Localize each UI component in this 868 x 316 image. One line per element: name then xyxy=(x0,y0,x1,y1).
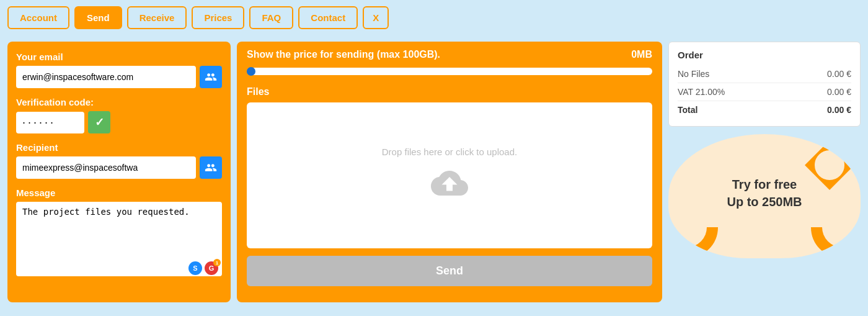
close-nav-btn[interactable]: X xyxy=(363,6,389,29)
center-header: Show the price for sending (max 100GB). … xyxy=(237,42,662,68)
left-panel: Your email Verification code: ✓ Recipien… xyxy=(7,42,231,302)
grammarly-badge: 1 xyxy=(213,259,221,266)
email-row xyxy=(16,66,222,88)
files-label: Files xyxy=(247,86,652,97)
progress-dot xyxy=(247,67,255,76)
promo-text: Try for free Up to 250MB xyxy=(727,176,802,210)
message-wrapper: The project files you requested. S G 1 xyxy=(16,202,222,279)
promo-box: Try for free Up to 250MB xyxy=(668,134,861,258)
no-files-label: No Files xyxy=(678,69,709,79)
verification-row: ✓ xyxy=(16,111,222,133)
top-nav: Account Send Receive Prices FAQ Contact … xyxy=(0,0,868,35)
progress-bar-container xyxy=(237,68,662,81)
account-nav-btn[interactable]: Account xyxy=(7,6,69,29)
message-label: Message xyxy=(16,187,222,198)
file-size-label: 0MB xyxy=(631,49,652,60)
center-panel: Show the price for sending (max 100GB). … xyxy=(237,42,662,302)
contact-nav-btn[interactable]: Contact xyxy=(298,6,358,29)
prices-nav-btn[interactable]: Prices xyxy=(192,6,244,29)
total-label: Total xyxy=(678,105,698,115)
verification-input[interactable] xyxy=(16,112,84,133)
verify-check-btn[interactable]: ✓ xyxy=(88,111,110,133)
order-box: Order No Files 0.00 € VAT 21.00% 0.00 € … xyxy=(668,42,861,127)
price-header-title: Show the price for sending (max 100GB). xyxy=(247,49,440,60)
order-vat-row: VAT 21.00% 0.00 € xyxy=(678,83,851,101)
total-value: 0.00 € xyxy=(827,105,851,115)
recipient-label: Recipient xyxy=(16,142,222,153)
vat-value: 0.00 € xyxy=(827,87,851,97)
send-big-button[interactable]: Send xyxy=(247,256,652,286)
files-section: Files Drop files here or click to upload… xyxy=(237,81,662,251)
spellcheck-icon: S xyxy=(188,261,202,275)
receive-nav-btn[interactable]: Receive xyxy=(127,6,187,29)
promo-arc-left xyxy=(668,196,718,258)
faq-nav-btn[interactable]: FAQ xyxy=(249,6,293,29)
send-btn-container: Send xyxy=(237,251,662,294)
vat-label: VAT 21.00% xyxy=(678,87,725,97)
group-icon xyxy=(205,161,217,174)
email-input[interactable] xyxy=(16,66,196,88)
textarea-icons: S G 1 xyxy=(188,261,218,275)
promo-arc-right xyxy=(811,196,861,258)
right-panel: Order No Files 0.00 € VAT 21.00% 0.00 € … xyxy=(668,42,861,258)
progress-bar-bg xyxy=(247,68,652,75)
grammarly-icon: G 1 xyxy=(205,261,218,275)
drop-zone[interactable]: Drop files here or click to upload. xyxy=(247,102,652,248)
send-nav-btn[interactable]: Send xyxy=(74,6,122,29)
recipient-contacts-btn[interactable] xyxy=(200,156,222,179)
verification-label: Verification code: xyxy=(16,97,222,107)
cloud-upload-icon xyxy=(428,165,471,204)
main-content: Your email Verification code: ✓ Recipien… xyxy=(0,35,868,309)
promo-arc-top-right xyxy=(805,140,854,190)
order-title: Order xyxy=(678,50,851,60)
recipient-input[interactable] xyxy=(16,156,196,179)
no-files-value: 0.00 € xyxy=(827,69,851,79)
order-total-row: Total 0.00 € xyxy=(678,101,851,119)
drop-text: Drop files here or click to upload. xyxy=(382,147,517,157)
recipient-row xyxy=(16,156,222,179)
order-no-files-row: No Files 0.00 € xyxy=(678,65,851,83)
contacts-icon xyxy=(205,71,217,83)
email-label: Your email xyxy=(16,52,222,62)
email-contacts-btn[interactable] xyxy=(200,66,222,88)
